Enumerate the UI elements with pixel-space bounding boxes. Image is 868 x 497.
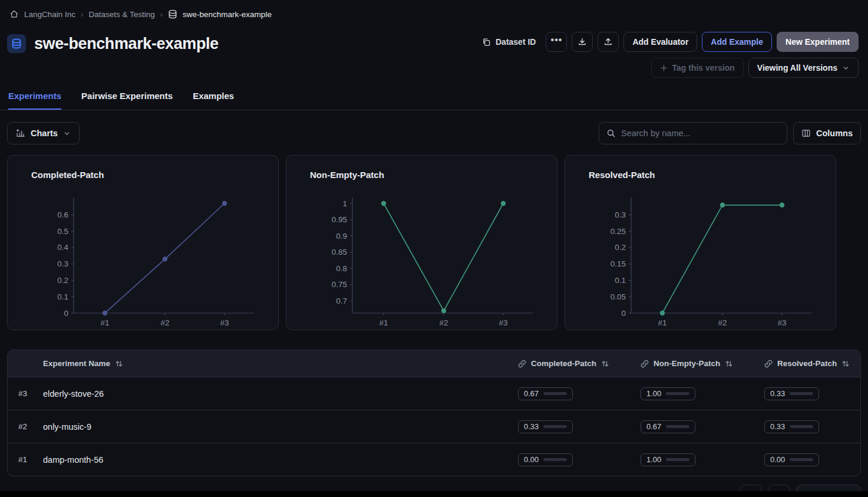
svg-text:#2: #2 (160, 318, 169, 327)
experiment-name[interactable]: damp-month-56 (43, 455, 518, 465)
svg-text:0.3: 0.3 (57, 259, 68, 268)
download-button[interactable] (572, 32, 593, 52)
table-row[interactable]: #1 damp-month-56 0.00 1.00 0.00 (8, 443, 860, 476)
svg-text:#1: #1 (100, 318, 109, 327)
score-bar (790, 392, 813, 395)
svg-text:#1: #1 (658, 318, 666, 327)
chevron-down-icon (842, 64, 850, 72)
score-bar (543, 425, 567, 428)
svg-text:#3: #3 (777, 318, 786, 327)
svg-text:#1: #1 (379, 318, 388, 327)
metric-score-badge[interactable]: 0.00 (764, 453, 819, 466)
breadcrumb-current: swe-benchmark-example (183, 10, 272, 19)
metric-score-badge[interactable]: 1.00 (641, 387, 695, 400)
add-evaluator-button[interactable]: Add Evaluator (623, 32, 697, 52)
svg-text:0.9: 0.9 (336, 232, 347, 241)
svg-text:0.7: 0.7 (336, 297, 347, 305)
svg-text:0.75: 0.75 (332, 280, 347, 289)
new-experiment-button[interactable]: New Experiment (777, 32, 859, 52)
upload-button[interactable] (598, 32, 619, 52)
metric-score-badge[interactable]: 0.33 (518, 420, 573, 433)
metric-score-badge[interactable]: 1.00 (641, 453, 695, 466)
chevron-down-icon (63, 130, 71, 137)
viewing-versions-dropdown[interactable]: Viewing All Versions (748, 58, 859, 78)
chart-icon (16, 129, 25, 138)
table-body: #3 elderly-stove-26 0.67 1.00 0.33 #2 on… (8, 377, 860, 476)
chevron-right-icon: › (160, 10, 163, 19)
tab-experiments[interactable]: Experiments (8, 86, 61, 110)
tab-examples[interactable]: Examples (193, 86, 234, 110)
metric-score-badge[interactable]: 0.33 (764, 420, 819, 433)
columns-icon (801, 129, 811, 138)
column-header-completed-patch[interactable]: Completed-Patch (518, 359, 641, 368)
svg-text:0.15: 0.15 (610, 259, 626, 268)
search-icon (606, 129, 616, 138)
sort-icon[interactable] (601, 360, 609, 368)
bottom-strip (0, 491, 868, 497)
chart-title: Completed-Patch (31, 170, 278, 180)
link-icon (518, 360, 526, 368)
sort-icon[interactable] (725, 360, 733, 368)
svg-text:0.3: 0.3 (615, 210, 626, 219)
experiment-rank: #1 (18, 455, 43, 464)
svg-text:#2: #2 (439, 318, 448, 327)
tab-pairwise-experiments[interactable]: Pairwise Experiments (81, 86, 173, 110)
svg-text:0.4: 0.4 (57, 243, 68, 252)
experiment-name[interactable]: elderly-stove-26 (43, 389, 518, 399)
page-title: swe-benchmark-example (34, 35, 219, 53)
dataset-id-button[interactable]: Dataset ID (477, 32, 541, 52)
breadcrumb-datasets[interactable]: Datasets & Testing (88, 10, 154, 19)
sort-icon[interactable] (841, 360, 850, 368)
chart-card-completed-patch: Completed-Patch 0.60.50.40.30.20.10#1#2#… (7, 155, 279, 330)
home-icon[interactable] (9, 9, 19, 19)
charts-dropdown-button[interactable]: Charts (7, 122, 80, 144)
metric-score-badge[interactable]: 0.33 (764, 387, 819, 400)
table-row[interactable]: #2 only-music-9 0.33 0.67 0.33 (8, 410, 860, 443)
more-options-button[interactable]: ••• (546, 32, 567, 52)
tabs: ExperimentsPairwise ExperimentsExamples (0, 86, 868, 110)
page-header: swe-benchmark-example Dataset ID ••• (0, 28, 868, 78)
table-header-row: Experiment Name Completed-Patch (8, 350, 860, 377)
line-chart: 0.60.50.40.30.20.10#1#2#3 (19, 183, 278, 331)
column-header-non-empty-patch[interactable]: Non-Empty-Patch (641, 359, 764, 368)
sort-icon[interactable] (115, 360, 123, 368)
breadcrumb-org[interactable]: LangChain Inc (24, 10, 75, 19)
chevron-right-icon: › (81, 10, 83, 19)
chart-title: Non-Empty-Patch (310, 170, 557, 180)
svg-text:0.5: 0.5 (57, 227, 68, 236)
metric-score-badge[interactable]: 0.00 (518, 453, 573, 466)
search-input[interactable] (621, 129, 780, 138)
experiment-rank: #3 (18, 389, 43, 398)
score-bar (666, 425, 689, 428)
svg-text:#3: #3 (220, 318, 229, 327)
column-header-experiment-name[interactable]: Experiment Name (43, 359, 518, 368)
charts-row: Completed-Patch 0.60.50.40.30.20.10#1#2#… (7, 155, 861, 330)
link-icon (764, 360, 773, 368)
add-example-button[interactable]: Add Example (702, 32, 772, 52)
ellipsis-icon: ••• (551, 35, 563, 48)
column-header-resolved-patch[interactable]: Resolved-Patch (764, 359, 860, 368)
experiment-rank: #2 (18, 422, 43, 431)
dataset-icon (168, 9, 177, 19)
columns-button[interactable]: Columns (793, 122, 861, 144)
chart-title: Resolved-Patch (589, 170, 836, 180)
svg-text:0.1: 0.1 (615, 276, 626, 285)
score-bar (790, 458, 813, 461)
chart-card-resolved-patch: Resolved-Patch 0.30.250.20.150.10.050#1#… (565, 155, 836, 330)
metric-score-badge[interactable]: 0.67 (518, 387, 573, 400)
score-bar (790, 425, 813, 428)
copy-icon (482, 38, 491, 47)
link-icon (641, 360, 649, 368)
svg-text:#3: #3 (499, 318, 507, 327)
table-row[interactable]: #3 elderly-stove-26 0.67 1.00 0.33 (8, 377, 860, 410)
experiment-name[interactable]: only-music-9 (43, 422, 518, 432)
line-chart: 0.30.250.20.150.10.050#1#2#3 (577, 183, 836, 331)
metric-score-badge[interactable]: 0.67 (641, 420, 695, 433)
tag-version-button[interactable]: Tag this version (651, 58, 744, 78)
svg-text:0.6: 0.6 (57, 210, 68, 219)
upload-icon (603, 37, 613, 47)
toolbar: Charts Columns (0, 122, 868, 144)
svg-text:0: 0 (64, 309, 68, 318)
score-bar (543, 458, 567, 461)
chart-card-non-empty-patch: Non-Empty-Patch 10.950.90.850.80.750.7#1… (286, 155, 557, 330)
